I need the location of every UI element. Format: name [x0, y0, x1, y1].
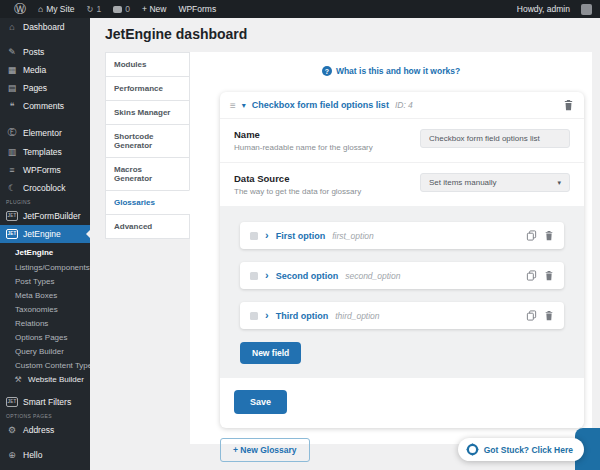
- delete-glossary-button[interactable]: [563, 99, 574, 111]
- delete-option-button[interactable]: [544, 310, 554, 321]
- tab[interactable]: Modules: [105, 52, 190, 77]
- tab[interactable]: Shortcode Generator: [105, 124, 190, 158]
- name-description: Human-readable name for the glossary: [234, 143, 373, 152]
- copy-option-button[interactable]: [526, 270, 537, 281]
- save-row: Save: [220, 378, 584, 428]
- wp-logo-menu[interactable]: Ⓦ: [8, 0, 32, 18]
- delete-option-button[interactable]: [544, 230, 554, 241]
- glossary-option-row[interactable]: › First option first_option: [240, 222, 564, 249]
- sidebar-item[interactable]: Taxonomies: [0, 302, 90, 316]
- sidebar-item[interactable]: JET JetEngine: [0, 225, 90, 243]
- option-slug: third_option: [335, 311, 379, 321]
- sidebar-item-label: PLUGINS: [6, 199, 31, 205]
- sidebar-item[interactable]: [0, 36, 90, 43]
- sidebar-item[interactable]: ⚒ Website Builder: [0, 372, 90, 386]
- comment-bubble-icon: [113, 6, 122, 13]
- updates-count: 1: [97, 4, 102, 14]
- tab-label: Performance: [114, 84, 163, 93]
- glossary-option-row[interactable]: › Second option second_option: [240, 262, 564, 289]
- glossary-header[interactable]: ≡ ▾ Checkbox form field options list ID:…: [220, 92, 584, 119]
- sidebar-item[interactable]: OPTIONS PAGES: [0, 411, 90, 421]
- dashboard-tabs: Modules Performance Skins Manager Shortc…: [105, 52, 190, 238]
- avatar[interactable]: [581, 4, 592, 15]
- sidebar-item[interactable]: JetEngine: [0, 243, 90, 260]
- updates-menu[interactable]: ↻ 1: [80, 0, 107, 18]
- question-icon: ?: [322, 66, 332, 76]
- sidebar-item[interactable]: Custom Content Types: [0, 358, 90, 372]
- sidebar-item-label: Taxonomies: [15, 305, 58, 314]
- sidebar-item[interactable]: Post Types: [0, 274, 90, 288]
- sidebar-item[interactable]: Options Pages: [0, 330, 90, 344]
- sidebar-item[interactable]: ⚙ Address: [0, 421, 90, 439]
- drag-handle-icon[interactable]: [250, 272, 258, 280]
- chevron-down-icon[interactable]: ▾: [242, 101, 246, 110]
- comments-menu[interactable]: 0: [107, 0, 136, 18]
- tab[interactable]: Glossaries: [105, 190, 190, 215]
- sidebar-item[interactable]: ⌂ Dashboard: [0, 18, 90, 36]
- updates-icon: ↻: [86, 4, 93, 14]
- sidebar-item[interactable]: ≡ WPForms: [0, 161, 90, 179]
- wordpress-logo-icon: Ⓦ: [14, 3, 26, 15]
- sidebar-item[interactable]: JET JetFormBuilder: [0, 207, 90, 225]
- tab[interactable]: Macros Generator: [105, 157, 190, 191]
- sidebar-item[interactable]: ▤ Pages: [0, 79, 90, 97]
- option-slug: second_option: [345, 271, 400, 281]
- sidebar-item[interactable]: ❝ Comments: [0, 97, 90, 115]
- got-stuck-button[interactable]: Got Stuck? Click Here: [458, 438, 584, 461]
- sidebar-item-icon: ☾: [6, 183, 18, 193]
- drag-handle-icon[interactable]: ≡: [230, 100, 236, 111]
- howdy-account-menu[interactable]: Howdy, admin: [511, 4, 576, 14]
- glossary-title: Checkbox form field options list: [252, 100, 389, 110]
- sidebar-item[interactable]: ▦ Media: [0, 61, 90, 79]
- sidebar-item-icon: ▥: [6, 147, 18, 157]
- drag-handle-icon[interactable]: [250, 312, 258, 320]
- sidebar-item[interactable]: Listings/Components: [0, 260, 90, 274]
- sidebar-item-icon: ⚒: [13, 375, 23, 384]
- tab[interactable]: Performance: [105, 76, 190, 101]
- sidebar-item-icon: ▦: [6, 65, 18, 75]
- sidebar-item[interactable]: JET Smart Filters: [0, 393, 90, 411]
- chevron-right-icon[interactable]: ›: [265, 310, 269, 321]
- sidebar-item[interactable]: [0, 386, 90, 393]
- sidebar-item[interactable]: Relations: [0, 316, 90, 330]
- sidebar-item[interactable]: ☾ Crocoblock: [0, 179, 90, 197]
- new-glossary-button[interactable]: + New Glossary: [220, 438, 310, 462]
- trash-icon: [563, 99, 574, 111]
- new-content-menu[interactable]: + New: [136, 0, 172, 18]
- comments-count: 0: [125, 4, 130, 14]
- sidebar-item[interactable]: Meta Boxes: [0, 288, 90, 302]
- chevron-right-icon[interactable]: ›: [265, 270, 269, 281]
- glossary-id: ID: 4: [395, 100, 413, 110]
- lifebuoy-icon: [466, 443, 479, 456]
- sidebar-item-label: JetFormBuilder: [23, 211, 81, 221]
- sidebar-item[interactable]: Query Builder: [0, 344, 90, 358]
- tab[interactable]: Skins Manager: [105, 100, 190, 125]
- sidebar-item-icon: JET: [6, 229, 18, 239]
- glossary-options-area: › First option first_option: [220, 206, 584, 378]
- sidebar-item[interactable]: ✎ Posts: [0, 43, 90, 61]
- glossary-option-row[interactable]: › Third option third_option: [240, 302, 564, 329]
- data-source-field-row: Data Source The way to get the data for …: [220, 162, 584, 206]
- help-link[interactable]: ? What is this and how it works?: [190, 52, 592, 76]
- sidebar-item[interactable]: ▥ Templates: [0, 143, 90, 161]
- sidebar-item[interactable]: Ⓔ Elementor: [0, 122, 90, 143]
- wpforms-menu[interactable]: WPForms: [172, 0, 222, 18]
- new-field-button[interactable]: New field: [240, 342, 301, 364]
- drag-handle-icon[interactable]: [250, 232, 258, 240]
- chevron-right-icon[interactable]: ›: [265, 230, 269, 241]
- sidebar-item[interactable]: ✒ Appearance: [0, 464, 90, 470]
- delete-option-button[interactable]: [544, 270, 554, 281]
- admin-sidebar: ⌂ Dashboard ✎ Posts ▦ Media ▤ Pages ❝: [0, 18, 90, 470]
- data-source-select[interactable]: Set items manually ▾: [420, 173, 570, 192]
- sidebar-item[interactable]: [0, 439, 90, 446]
- name-input[interactable]: [420, 129, 570, 148]
- sidebar-item[interactable]: ⊕ Hello: [0, 446, 90, 464]
- sidebar-item[interactable]: [0, 115, 90, 122]
- copy-option-button[interactable]: [526, 230, 537, 241]
- tab[interactable]: Advanced: [105, 214, 190, 239]
- my-site-menu[interactable]: ⌂ My Site: [32, 0, 80, 18]
- copy-option-button[interactable]: [526, 310, 537, 321]
- sidebar-item-label: Post Types: [15, 277, 54, 286]
- save-button[interactable]: Save: [234, 390, 287, 414]
- sidebar-item[interactable]: PLUGINS: [0, 197, 90, 207]
